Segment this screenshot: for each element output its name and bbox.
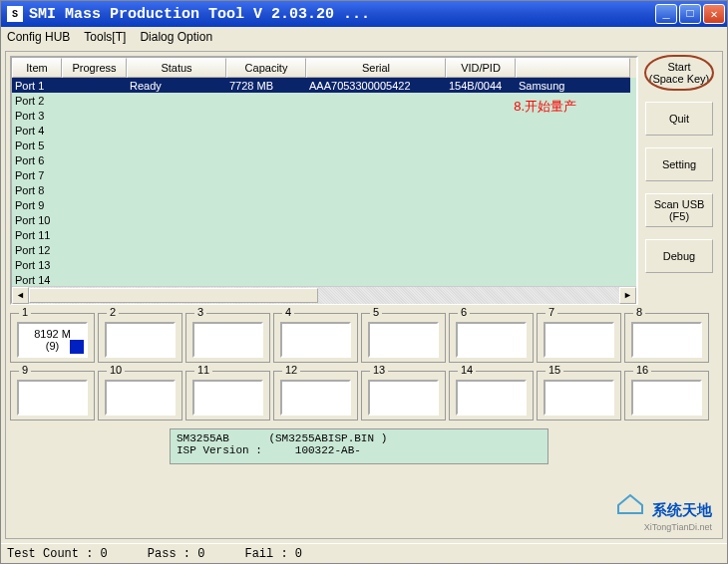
col-extra[interactable] [516,58,630,78]
start-button[interactable]: Start (Space Key) [645,56,713,90]
horizontal-scrollbar[interactable]: ◄ ► [12,286,636,303]
cell-vidpid [446,182,516,197]
close-button[interactable]: ✕ [703,4,725,24]
cell-item: Port 5 [12,138,62,152]
cell-serial [306,227,446,242]
cell-item: Port 7 [12,167,62,182]
cell-extra [516,197,630,212]
menu-config-hub[interactable]: Config HUB [7,30,70,44]
grid-body[interactable]: 8.开始量产 Port 1Ready7728 MBAAA705330000542… [12,78,636,286]
scroll-left-icon[interactable]: ◄ [12,287,29,304]
col-status[interactable]: Status [127,58,226,78]
cell-serial [306,197,446,212]
cell-progress [62,138,127,152]
col-vidpid[interactable]: VID/PID [446,58,516,78]
slot-14[interactable]: 14 [449,371,534,421]
debug-button[interactable]: Debug [645,239,713,273]
table-row[interactable]: Port 13 [12,257,636,272]
table-row[interactable]: Port 8 [12,182,636,197]
table-row[interactable]: Port 5 [12,138,636,152]
table-row[interactable]: Port 1Ready7728 MBAAA7053300005422154B/0… [12,78,636,93]
slot-well [456,380,527,416]
cell-status [127,242,226,257]
slot-10[interactable]: 10 [98,371,182,421]
slot-16[interactable]: 16 [624,371,709,421]
status-test-count: Test Count : 0 [7,547,108,561]
cell-item: Port 1 [12,78,62,93]
table-row[interactable]: Port 12 [12,242,636,257]
slot-9[interactable]: 9 [10,371,95,421]
slot-3[interactable]: 3 [185,313,270,363]
col-progress[interactable]: Progress [62,58,127,78]
cell-capacity [226,108,306,123]
slot-number: 14 [458,364,476,376]
statusbar: Test Count : 0 Pass : 0 Fail : 0 [1,543,727,563]
col-serial[interactable]: Serial [306,58,446,78]
table-row[interactable]: Port 11 [12,227,636,242]
quit-button[interactable]: Quit [645,102,713,136]
table-row[interactable]: Port 10 [12,212,636,227]
slot-15[interactable]: 15 [537,371,621,421]
slot-number: 2 [107,306,119,318]
app-icon: S [7,6,23,22]
window-title: SMI Mass Production Tool V 2.03.20 ... [29,6,655,23]
slot-well [456,322,527,358]
cell-vidpid [446,227,516,242]
cell-vidpid [446,167,516,182]
cell-serial [306,152,446,167]
scroll-right-icon[interactable]: ► [619,287,636,304]
scan-usb-button[interactable]: Scan USB (F5) [645,193,713,227]
scroll-track[interactable] [29,287,619,304]
table-row[interactable]: Port 9 [12,197,636,212]
menubar: Config HUB Tools[T] Dialog Option [1,27,727,47]
menu-tools[interactable]: Tools[T] [84,30,126,44]
menu-dialog-option[interactable]: Dialog Option [140,30,212,44]
status-pass: Pass : 0 [148,547,205,561]
slot-13[interactable]: 13 [361,371,446,421]
cell-serial [306,108,446,123]
setting-button[interactable]: Setting [645,147,713,181]
slot-12[interactable]: 12 [273,371,358,421]
cell-progress [62,78,127,93]
slot-number: 7 [546,306,557,318]
table-row[interactable]: Port 6 [12,152,636,167]
cell-status [127,197,226,212]
cell-capacity [226,242,306,257]
scroll-thumb[interactable] [29,288,318,303]
side-buttons: Start (Space Key) Quit Setting Scan USB … [644,56,714,305]
cell-item: Port 9 [12,197,62,212]
col-capacity[interactable]: Capacity [226,58,306,78]
cell-status [127,93,226,108]
table-row[interactable]: Port 14 [12,272,636,286]
grid-header: Item Progress Status Capacity Serial VID… [12,58,636,78]
slot-number: 3 [194,306,206,318]
col-item[interactable]: Item [12,58,62,78]
slot-6[interactable]: 6 [449,313,534,363]
slot-2[interactable]: 2 [98,313,182,363]
slot-number: 1 [19,306,31,318]
slot-7[interactable]: 7 [537,313,621,363]
slot-4[interactable]: 4 [273,313,358,363]
annotation-text: 8.开始量产 [514,98,576,116]
maximize-button[interactable]: □ [679,4,701,24]
cell-item: Port 11 [12,227,62,242]
slot-8[interactable]: 8 [624,313,709,363]
cell-progress [62,197,127,212]
table-row[interactable]: Port 4 [12,123,636,138]
slots-row-2: 910111213141516 [10,371,718,421]
slot-11[interactable]: 11 [185,371,270,421]
slot-well: 8192 M (9) [17,322,88,358]
cell-progress [62,93,127,108]
table-row[interactable]: Port 7 [12,167,636,182]
cell-extra [516,242,630,257]
minimize-button[interactable]: _ [655,4,677,24]
cell-status [127,212,226,227]
slot-5[interactable]: 5 [361,313,446,363]
cell-capacity [226,138,306,152]
cell-capacity [226,167,306,182]
cell-serial: AAA7053300005422 [306,78,446,93]
slot-well [192,322,263,358]
cell-status [127,152,226,167]
slot-1[interactable]: 18192 M (9) [10,313,95,363]
slot-well [544,380,614,416]
